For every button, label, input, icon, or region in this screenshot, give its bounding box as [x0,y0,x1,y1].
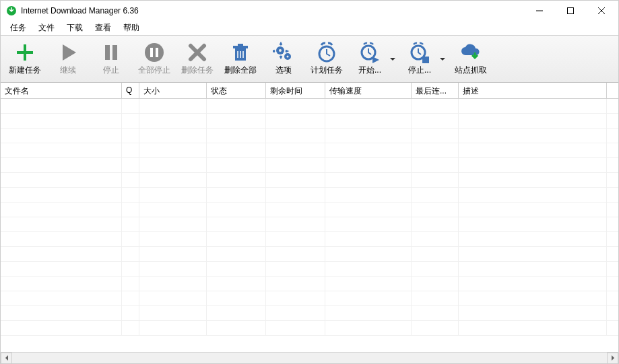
play-icon [57,42,79,63]
table-row[interactable] [1,99,618,114]
svg-rect-6 [112,45,117,60]
svg-point-7 [145,43,164,62]
download-list: 文件名 Q 大小 状态 剩余时间 传输速度 最后连... 描述 [1,83,618,363]
menu-tasks[interactable]: 任务 [5,21,32,35]
table-row[interactable] [1,114,618,129]
pause-icon [100,42,122,63]
column-filename[interactable]: 文件名 [1,83,122,98]
column-q[interactable]: Q [122,83,139,98]
start-queue-button[interactable]: 开始... [348,38,391,81]
horizontal-scrollbar[interactable] [1,352,618,363]
resume-button[interactable]: 继续 [46,38,90,81]
cloud-download-icon [460,42,482,63]
window-title: Internet Download Manager 6.36 [21,6,524,15]
options-button[interactable]: 选项 [262,38,305,81]
table-row[interactable] [1,291,618,306]
stop-all-button[interactable]: 全部停止 [133,38,176,81]
svg-point-19 [287,56,289,58]
svg-rect-8 [150,48,153,57]
svg-rect-2 [568,8,574,14]
maximize-button[interactable] [555,1,586,21]
table-row[interactable] [1,277,618,291]
minimize-button[interactable] [524,1,555,21]
column-transfer-rate[interactable]: 传输速度 [325,83,412,98]
gears-icon [273,42,294,63]
column-size[interactable]: 大小 [139,83,207,98]
table-row[interactable] [1,321,618,336]
menu-help[interactable]: 帮助 [118,21,145,35]
scheduler-button[interactable]: 计划任务 [305,38,348,81]
table-body[interactable] [1,99,618,352]
menu-file[interactable]: 文件 [33,21,60,35]
app-icon [6,5,17,16]
delete-button[interactable]: 删除任务 [176,38,219,81]
table-row[interactable] [1,188,618,203]
plus-icon [14,42,36,63]
table-row[interactable] [1,203,618,217]
menu-downloads[interactable]: 下载 [61,21,88,35]
table-row[interactable] [1,217,618,232]
delete-all-button[interactable]: 删除全部 [219,38,262,81]
table-row[interactable] [1,158,618,173]
scroll-left-arrow[interactable] [1,353,12,364]
column-description[interactable]: 描述 [459,83,607,98]
pause-circle-icon [143,42,165,63]
svg-rect-9 [156,48,158,57]
table-row[interactable] [1,129,618,143]
svg-rect-5 [105,45,110,60]
trash-icon [230,42,251,63]
close-button[interactable] [586,1,617,21]
table-row[interactable] [1,306,618,321]
column-last-try[interactable]: 最后连... [412,83,459,98]
clock-icon [316,42,337,63]
clock-stop-icon [409,42,430,63]
table-row[interactable] [1,143,618,158]
table-row[interactable] [1,173,618,188]
x-icon [187,42,208,63]
scroll-right-arrow[interactable] [607,353,618,364]
menubar: 任务 文件 下载 查看 帮助 [1,21,618,36]
svg-rect-12 [238,44,243,46]
stop-queue-button[interactable]: 停止... [398,38,441,81]
stop-button[interactable]: 停止 [90,38,133,81]
svg-rect-23 [422,57,429,63]
scroll-track[interactable] [12,353,607,364]
new-task-button[interactable]: 新建任务 [3,38,46,81]
svg-rect-11 [233,46,248,48]
menu-view[interactable]: 查看 [90,21,117,35]
table-header: 文件名 Q 大小 状态 剩余时间 传输速度 最后连... 描述 [1,83,618,99]
grabber-button[interactable]: 站点抓取 [448,38,494,81]
table-row[interactable] [1,262,618,277]
table-row[interactable] [1,232,618,247]
column-status[interactable]: 状态 [207,83,266,98]
column-time-left[interactable]: 剩余时间 [266,83,325,98]
table-row[interactable] [1,247,618,262]
svg-point-17 [279,49,282,52]
clock-play-icon [359,42,381,63]
titlebar: Internet Download Manager 6.36 [1,1,618,21]
toolbar: 新建任务 继续 停止 全部停止 删除任务 删除全部 选项 计划任务 开始... … [1,36,618,83]
